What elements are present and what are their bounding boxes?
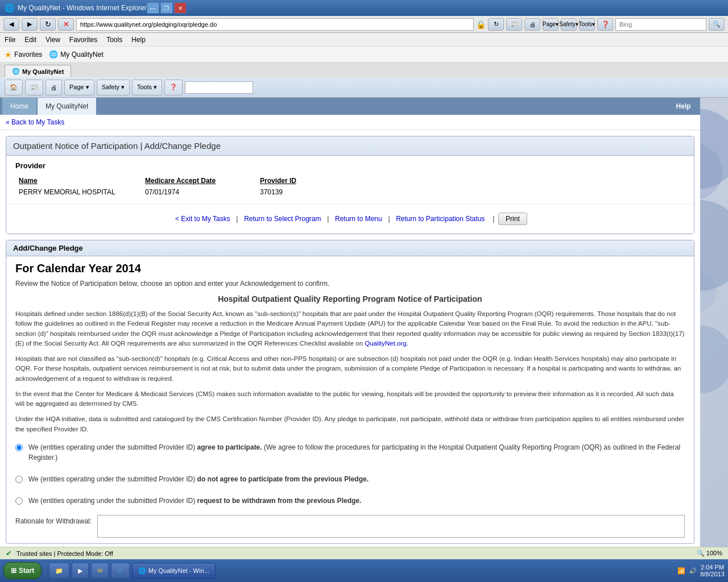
search-input[interactable] — [615, 18, 706, 31]
ie-search-input[interactable] — [185, 81, 253, 94]
pledge-body: For Calendar Year 2014 Review the Notice… — [6, 256, 694, 543]
withdrawal-textarea[interactable] — [97, 515, 685, 538]
provider-id-value: 370139 — [258, 187, 684, 197]
taskbar-media-btn[interactable]: ▶ — [72, 563, 89, 579]
status-text: Trusted sites | Protected Mode: Off — [16, 550, 113, 557]
page-separator: | — [140, 141, 144, 151]
print-button[interactable]: Print — [498, 213, 527, 225]
search-go-button[interactable]: 🔍 — [709, 18, 725, 31]
back-to-my-tasks-link[interactable]: « Back to My Tasks — [6, 118, 64, 126]
page-icon: 🌐 — [49, 50, 58, 59]
start-button[interactable]: ⊞ Start — [3, 562, 42, 579]
window-controls[interactable]: — ❐ ✕ — [147, 2, 187, 14]
taskbar: ⊞ Start 📁 ▶ ✉ W 🌐 My QualityNet - Win...… — [0, 559, 728, 582]
star-icon: ★ — [5, 50, 12, 59]
help-button[interactable]: Help — [669, 98, 698, 115]
help-menu-button[interactable]: ❓ — [597, 18, 613, 31]
tab-bar: 🌐 My QualityNet — [0, 63, 728, 77]
return-to-participation-status-link[interactable]: Return to Participation Status — [396, 215, 485, 223]
trusted-icon: ✔ — [6, 549, 12, 558]
forward-button[interactable]: ▶ — [22, 18, 38, 31]
taskbar-outlook-btn[interactable]: ✉ — [91, 563, 109, 579]
restore-button[interactable]: ❐ — [160, 2, 173, 14]
notice-para-4: Under the HQA initiative, data is submit… — [15, 414, 685, 434]
close-button[interactable]: ✕ — [174, 2, 187, 14]
tools-ie-btn[interactable]: Tools ▾ — [132, 80, 162, 95]
page-subtitle: Add/Change Pledge — [144, 141, 221, 151]
favorites-button[interactable]: ★ Favorites — [5, 50, 42, 59]
taskbar-ie-label: My QualityNet - Win... — [148, 567, 209, 574]
pledge-year: For Calendar Year 2014 — [15, 262, 685, 275]
tab-my-qualitynet[interactable]: 🌐 My QualityNet — [5, 65, 71, 77]
return-to-select-program-link[interactable]: Return to Select Program — [244, 215, 321, 223]
address-input[interactable] — [76, 18, 474, 31]
help-ie-btn[interactable]: ❓ — [164, 80, 183, 95]
agree-radio[interactable] — [15, 444, 23, 451]
taskbar-ie-btn[interactable]: 🌐 My QualityNet - Win... — [132, 563, 216, 579]
minimize-button[interactable]: — — [147, 2, 159, 14]
notice-title: Hospital Outpatient Quality Reporting Pr… — [15, 294, 685, 304]
view-menu[interactable]: View — [46, 36, 60, 44]
favorites-label: Favorites — [14, 51, 42, 59]
my-qualitynet-tab[interactable]: My QualityNet — [38, 98, 96, 115]
name-column-header: Name — [16, 176, 142, 186]
not-agree-label: We (entities operating under the submitt… — [28, 474, 369, 484]
safety-ie-btn[interactable]: Safety ▾ — [97, 80, 130, 95]
refresh-button[interactable]: ↻ — [40, 18, 56, 31]
not-agree-radio[interactable] — [15, 476, 23, 483]
print-toolbar-button[interactable]: 🖨 — [524, 18, 540, 31]
back-button[interactable]: ◀ — [3, 18, 19, 31]
radio-option-3: We (entities operating under the submitt… — [15, 493, 685, 508]
speaker-icon: 🔊 — [689, 567, 697, 575]
edit-menu[interactable]: Edit — [24, 36, 36, 44]
right-sidebar — [700, 98, 728, 547]
withdraw-radio[interactable] — [15, 497, 23, 505]
home-tab[interactable]: Home — [2, 98, 36, 115]
help-menu[interactable]: Help — [131, 36, 146, 44]
status-bar: ✔ Trusted sites | Protected Mode: Off 🔍 … — [0, 547, 728, 559]
rss-toolbar-btn[interactable]: 📰 — [25, 80, 43, 95]
withdrawal-row: Rationale for Withdrawal: — [15, 515, 685, 538]
return-to-menu-link[interactable]: Return to Menu — [335, 215, 382, 223]
fav-label: My QualityNet — [60, 51, 103, 59]
clock-date: 8/8/2013 — [700, 571, 725, 577]
start-label: Start — [19, 567, 34, 575]
nav-links-bar: < Exit to My Tasks | Return to Select Pr… — [6, 205, 694, 234]
my-qualitynet-fav[interactable]: 🌐 My QualityNet — [49, 50, 103, 59]
title-bar: 🌐 My QualityNet - Windows Internet Explo… — [0, 0, 728, 16]
home-toolbar-btn[interactable]: 🏠 — [5, 80, 23, 95]
stop-button[interactable]: ✕ — [58, 18, 74, 31]
provider-id-column-header: Provider ID — [258, 176, 684, 186]
radio-option-1: We (entities operating under the submitt… — [15, 440, 685, 465]
favorites-bar: ★ Favorites 🌐 My QualityNet — [0, 47, 728, 63]
tools-menu[interactable]: Tools — [106, 36, 122, 44]
qualitynet-link-1[interactable]: QualityNet.org — [365, 340, 407, 347]
provider-name-value: PERRY MEMORIAL HOSPITAL — [16, 187, 142, 197]
lock-icon: 🔒 — [476, 20, 486, 29]
favorites-menu[interactable]: Favorites — [69, 36, 97, 44]
rss-icon[interactable]: 📰 — [506, 18, 522, 31]
page-header: Outpatient Notice of Participation | Add… — [6, 136, 694, 156]
notice-para-3: In the event that the Center for Medicar… — [15, 389, 685, 409]
taskbar-folder-btn[interactable]: 📁 — [49, 563, 69, 579]
provider-medicare-value: 07/01/1974 — [143, 187, 257, 197]
ie-toolbar: 🏠 📰 🖨 Page ▾ Safety ▾ Tools ▾ ❓ — [0, 77, 728, 98]
page-nav-tabs: Home My QualityNet Help — [0, 98, 700, 115]
refresh-page-button[interactable]: ↻ — [488, 18, 504, 31]
page-ie-btn[interactable]: Page ▾ — [64, 80, 94, 95]
file-menu[interactable]: File — [5, 36, 15, 44]
pledge-intro: Review the Notice of Participation below… — [15, 280, 685, 288]
notice-para-1: Hospitals defined under section 1886(d)(… — [15, 309, 685, 348]
withdraw-label: We (entities operating under the submitt… — [28, 496, 361, 506]
taskbar-clock: 2:04 PM 8/8/2013 — [700, 564, 725, 577]
taskbar-word-btn[interactable]: W — [111, 563, 129, 579]
tools-menu-button[interactable]: Tools▾ — [579, 18, 595, 31]
page-menu-button[interactable]: Page▾ — [543, 18, 559, 31]
title-bar-text: My QualityNet - Windows Internet Explore… — [18, 4, 147, 12]
safety-menu-button[interactable]: Safety▾ — [561, 18, 577, 31]
provider-table: Name Medicare Accept Date Provider ID PE… — [15, 174, 685, 198]
main-container: Outpatient Notice of Participation | Add… — [6, 136, 694, 234]
withdrawal-label: Rationale for Withdrawal: — [15, 515, 92, 525]
exit-to-my-tasks-link[interactable]: < Exit to My Tasks — [175, 215, 230, 223]
print-ie-btn[interactable]: 🖨 — [46, 80, 62, 95]
